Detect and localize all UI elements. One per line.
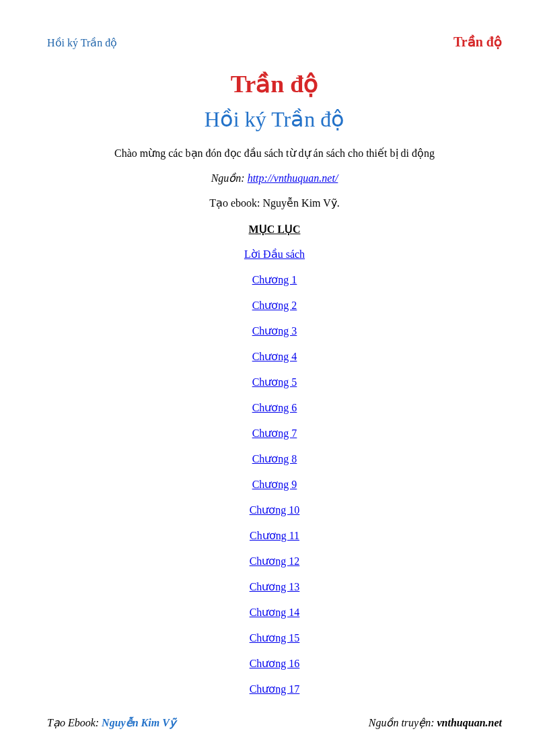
toc-heading: MỤC LỤC xyxy=(47,223,502,236)
toc-link-ch14[interactable]: Chương 14 xyxy=(250,607,300,618)
footer-right: Nguồn truyện: vnthuquan.net xyxy=(369,716,502,729)
page-footer: Tạo Ebook: Nguyễn Kim Vỹ Nguồn truyện: v… xyxy=(47,716,502,729)
toc-list: Lời Đầu sách Chương 1 Chương 2 Chương 3 … xyxy=(47,248,502,695)
toc-link-ch2[interactable]: Chương 2 xyxy=(252,300,297,311)
main-title: Trần độ xyxy=(47,70,502,98)
toc-item: Chương 5 xyxy=(47,376,502,388)
toc-link-ch8[interactable]: Chương 8 xyxy=(252,453,297,465)
intro-text: Chào mừng các bạn đón đọc đầu sách từ dự… xyxy=(47,147,502,160)
toc-item: Chương 3 xyxy=(47,324,502,337)
toc-link-ch10[interactable]: Chương 10 xyxy=(250,504,300,516)
toc-link-ch15[interactable]: Chương 15 xyxy=(250,632,300,644)
header-left-title: Hồi ký Trần độ xyxy=(47,36,117,49)
toc-link-ch9[interactable]: Chương 9 xyxy=(252,479,297,490)
toc-item: Chương 16 xyxy=(47,657,502,670)
toc-item: Chương 13 xyxy=(47,580,502,593)
toc-link-ch7[interactable]: Chương 7 xyxy=(252,427,297,439)
footer-left-colon: : xyxy=(96,717,102,728)
toc-link-ch5[interactable]: Chương 5 xyxy=(252,376,297,388)
footer-left: Tạo Ebook: Nguyễn Kim Vỹ xyxy=(47,716,176,729)
toc-link-ch3[interactable]: Chương 3 xyxy=(252,325,297,337)
toc-link-ch13[interactable]: Chương 13 xyxy=(250,581,300,592)
toc-item: Chương 17 xyxy=(47,683,502,695)
toc-link-ch12[interactable]: Chương 12 xyxy=(250,555,300,567)
toc-item: Chương 9 xyxy=(47,478,502,491)
toc-link-ch17[interactable]: Chương 17 xyxy=(250,683,300,695)
toc-item: Chương 8 xyxy=(47,452,502,465)
footer-right-colon: : xyxy=(431,717,437,728)
creator-line: Tạo ebook: Nguyễn Kim Vỹ. xyxy=(47,197,502,209)
toc-item: Chương 1 xyxy=(47,273,502,286)
toc-item: Chương 6 xyxy=(47,401,502,414)
toc-link-ch1[interactable]: Chương 1 xyxy=(252,274,297,285)
toc-item: Chương 11 xyxy=(47,529,502,542)
source-label: Nguồn: xyxy=(211,172,248,184)
toc-item: Chương 7 xyxy=(47,427,502,440)
toc-item: Chương 10 xyxy=(47,504,502,516)
toc-link-intro[interactable]: Lời Đầu sách xyxy=(244,248,305,260)
toc-link-ch16[interactable]: Chương 16 xyxy=(250,658,300,669)
toc-item: Chương 2 xyxy=(47,299,502,312)
toc-item: Chương 4 xyxy=(47,350,502,363)
toc-item: Chương 14 xyxy=(47,606,502,619)
footer-right-site: vnthuquan.net xyxy=(437,717,502,728)
source-line: Nguồn: http://vnthuquan.net/ xyxy=(47,172,502,184)
toc-item: Chương 12 xyxy=(47,555,502,568)
footer-left-label: Tạo Ebook xyxy=(47,717,96,728)
footer-left-name: Nguyễn Kim Vỹ xyxy=(102,717,176,728)
toc-item: Chương 15 xyxy=(47,631,502,644)
footer-right-label: Nguồn truyện xyxy=(369,717,431,728)
source-link[interactable]: http://vnthuquan.net/ xyxy=(248,172,338,184)
toc-link-ch11[interactable]: Chương 11 xyxy=(250,530,299,541)
sub-title: Hồi ký Trần độ xyxy=(47,106,502,132)
toc-item: Lời Đầu sách xyxy=(47,248,502,261)
toc-link-ch4[interactable]: Chương 4 xyxy=(252,351,297,362)
header-right-author: Trần độ xyxy=(453,34,502,50)
page-header: Hồi ký Trần độ Trần độ xyxy=(47,34,502,50)
toc-link-ch6[interactable]: Chương 6 xyxy=(252,402,297,413)
